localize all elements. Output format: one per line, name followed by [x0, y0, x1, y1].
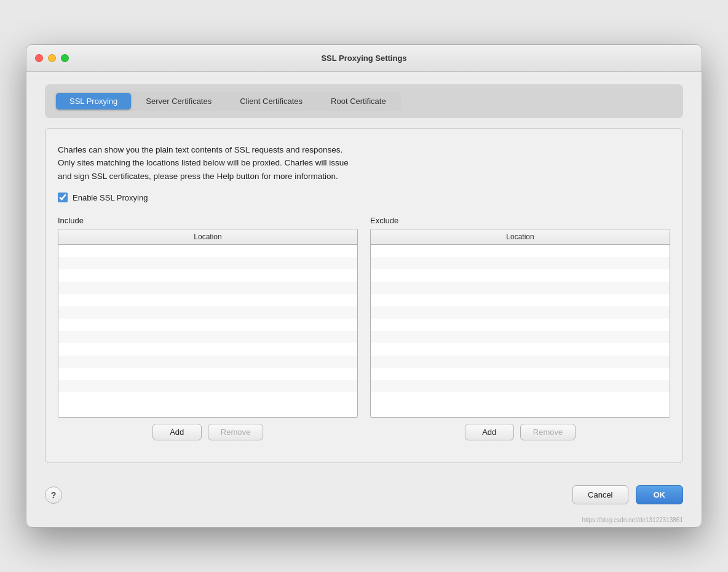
- exclude-table-body[interactable]: [371, 245, 670, 417]
- table-row: [58, 257, 357, 269]
- include-label: Include: [58, 216, 358, 225]
- window-title: SSL Proxying Settings: [321, 54, 406, 63]
- include-table: Location: [58, 229, 358, 418]
- table-row: [371, 282, 670, 294]
- table-row: [58, 306, 357, 319]
- minimize-button[interactable]: [48, 54, 56, 62]
- cancel-button[interactable]: Cancel: [572, 485, 628, 504]
- content-area: SSL Proxying Server Certificates Client …: [26, 72, 702, 476]
- tab-bar: SSL Proxying Server Certificates Client …: [55, 92, 401, 111]
- table-row: [58, 269, 357, 282]
- table-row: [371, 294, 670, 306]
- exclude-panel: Exclude Location: [370, 216, 670, 440]
- tab-ssl-proxying[interactable]: SSL Proxying: [56, 93, 131, 109]
- tab-client-certificates[interactable]: Client Certificates: [226, 93, 316, 109]
- watermark: https://blog.csdn.net/de13122313861: [26, 517, 702, 527]
- tabs-container: SSL Proxying Server Certificates Client …: [45, 84, 683, 118]
- close-button[interactable]: [35, 54, 43, 62]
- tab-root-certificate[interactable]: Root Certificate: [317, 93, 400, 109]
- enable-ssl-row: Enable SSL Proxying: [58, 193, 670, 202]
- enable-ssl-checkbox[interactable]: [58, 193, 68, 202]
- table-row: [371, 245, 670, 257]
- table-row: [58, 356, 357, 368]
- include-add-button[interactable]: Add: [152, 424, 202, 440]
- table-row: [371, 331, 670, 343]
- table-row: [58, 245, 357, 257]
- include-remove-button[interactable]: Remove: [208, 424, 263, 440]
- table-row: [58, 368, 357, 380]
- ok-button[interactable]: OK: [636, 485, 684, 504]
- titlebar-buttons: [35, 54, 69, 62]
- tables-section: Include Location: [58, 216, 670, 440]
- include-panel: Include Location: [58, 216, 358, 440]
- table-row: [58, 343, 357, 356]
- window: SSL Proxying Settings SSL Proxying Serve…: [26, 44, 702, 528]
- exclude-location-header: Location: [371, 229, 670, 245]
- table-row: [371, 356, 670, 368]
- table-row: [371, 269, 670, 282]
- table-row: [58, 380, 357, 392]
- footer-buttons: Cancel OK: [572, 485, 683, 504]
- table-row: [371, 319, 670, 331]
- table-row: [58, 319, 357, 331]
- main-panel: Charles can show you the plain text cont…: [45, 128, 683, 464]
- enable-ssl-label: Enable SSL Proxying: [73, 193, 148, 202]
- help-button[interactable]: ?: [45, 487, 62, 504]
- exclude-remove-button[interactable]: Remove: [520, 424, 576, 440]
- include-buttons: Add Remove: [58, 424, 358, 440]
- table-row: [371, 257, 670, 269]
- exclude-add-button[interactable]: Add: [465, 424, 514, 440]
- table-row: [371, 343, 670, 356]
- table-row: [58, 331, 357, 343]
- footer: ? Cancel OK: [26, 475, 702, 517]
- table-row: [371, 306, 670, 319]
- table-row: [58, 282, 357, 294]
- titlebar: SSL Proxying Settings: [26, 45, 702, 72]
- include-location-header: Location: [58, 229, 357, 245]
- description-text: Charles can show you the plain text cont…: [58, 143, 670, 183]
- tab-server-certificates[interactable]: Server Certificates: [132, 93, 225, 109]
- maximize-button[interactable]: [61, 54, 69, 62]
- exclude-table: Location: [370, 229, 670, 418]
- exclude-label: Exclude: [370, 216, 670, 225]
- table-row: [58, 294, 357, 306]
- exclude-buttons: Add Remove: [370, 424, 670, 440]
- table-row: [371, 380, 670, 392]
- include-table-body[interactable]: [58, 245, 357, 417]
- table-row: [371, 368, 670, 380]
